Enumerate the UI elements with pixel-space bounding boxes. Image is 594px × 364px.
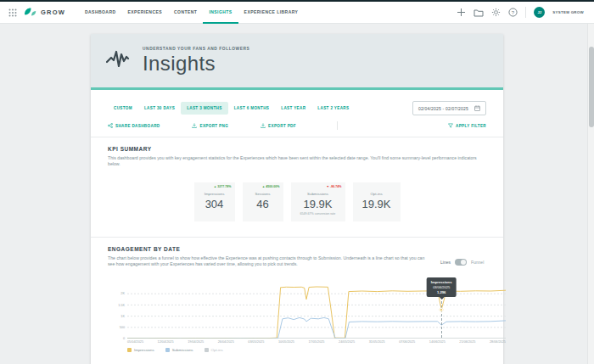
x-axis-tick: 28/06/2025 [490,340,506,344]
nav-item-experiences[interactable]: EXPERIENCES [122,2,169,24]
x-axis-tick: 26/04/2025 [218,340,234,344]
range-button-custom[interactable]: CUSTOM [108,102,138,115]
share-dashboard-label: SHARE DASHBOARD [115,124,160,128]
legend-label: Submissions [172,348,193,352]
toolbar-row: SHARE DASHBOARD EXPORT PNG EXPORT PDF AP… [91,119,503,132]
page-header: UNDERSTAND YOUR FANS AND FOLLOWERS Insig… [91,34,503,87]
tooltip-series: Impressions [431,280,452,284]
main-nav: DASHBOARD EXPERIENCES CONTENT INSIGHTS E… [79,2,304,24]
kpi-summary-heading: KPI SUMMARY [108,146,486,152]
tooltip-date: 03/06/2025 [431,285,452,289]
x-axis-tick: 24/05/2025 [339,340,355,344]
svg-text:?: ? [512,10,515,15]
lines-funnel-toggle[interactable] [455,259,467,266]
kpi-delta-badge: ▲ 3277.78% [214,185,232,188]
legend-label: Impressions [134,348,154,352]
calendar-icon [474,105,480,111]
x-axis-tick: 07/06/2025 [399,340,415,344]
toggle-knob [461,260,466,265]
chart-area: Impressions 03/06/2025 1,296 05/04/2025 … [127,283,486,352]
share-dashboard-button[interactable]: SHARE DASHBOARD [103,119,165,132]
range-button-last-3-months[interactable]: LAST 3 MONTHS [181,102,228,115]
apply-filter-button[interactable]: APPLY FILTER [443,119,491,132]
x-axis-tick: 10/05/2025 [278,340,294,344]
x-axis-tick: 17/05/2025 [308,340,324,344]
help-icon[interactable]: ? [508,8,518,17]
kpi-card-submissions: ▼ -86.74% Submissions 19.9K 6549.67% con… [291,182,345,221]
y-axis-tick: 0 [109,337,125,340]
leaf-logo-icon[interactable] [24,7,36,18]
topbar-divider [525,7,526,18]
chart-legend: Impressions Submissions Opt-ins [127,348,486,352]
kpi-card-opt-ins: Opt-ins 19.9K [353,182,401,221]
kpi-card-impressions: ▲ 3277.78% Impressions 304 [194,182,235,221]
apps-grid-icon[interactable] [8,8,17,17]
legend-label: Opt-ins [211,348,223,352]
x-axis-tick: 03/05/2025 [248,340,264,344]
insights-page: UNDERSTAND YOUR FANS AND FOLLOWERS Insig… [91,34,503,364]
plus-icon[interactable] [457,8,466,17]
topbar: GROW DASHBOARD EXPERIENCES CONTENT INSIG… [0,0,594,24]
date-range-value: 02/04/2025 - 02/07/2025 [418,106,468,111]
nav-item-content[interactable]: CONTENT [168,2,203,24]
range-button-last-year[interactable]: LAST YEAR [275,102,311,115]
export-pdf-label: EXPORT PDF [268,124,296,128]
range-button-last-6-months[interactable]: LAST 6 MONTHS [228,102,276,115]
x-axis-tick: 05/04/2025 [127,340,143,344]
folder-icon[interactable] [474,8,484,17]
kpi-value: 19.9K [362,198,391,210]
kpi-summary-description: This dashboard provides you with key eng… [108,155,486,168]
page-title: Insights [143,52,249,76]
pulse-line-icon [106,49,132,73]
kpi-value: 304 [205,198,224,210]
x-axis-tick: 14/06/2025 [429,340,446,344]
kpi-value: 19.9K [304,198,333,210]
window-top-strip [0,0,594,2]
chart-tooltip: Impressions 03/06/2025 1,296 [427,277,457,297]
nav-item-dashboard[interactable]: DASHBOARD [79,2,122,24]
date-range-filter-row: CUSTOM LAST 30 DAYS LAST 3 MONTHS LAST 6… [91,101,503,115]
user-name[interactable]: SYSTEM GROW [552,10,584,14]
section-divider [91,237,503,238]
user-avatar[interactable]: JJ [534,7,545,18]
kpi-conversion-rate: 6549.67% conversion rate [300,212,336,216]
x-axis-tick: 21/06/2025 [459,340,475,344]
export-png-label: EXPORT PNG [199,124,228,128]
legend-swatch [127,348,132,352]
engagement-description: The chart below provides a funnel to sho… [108,255,429,268]
x-axis-tick: 31/05/2025 [369,340,385,344]
date-range-input[interactable]: 02/04/2025 - 02/07/2025 [412,101,486,115]
kpi-card-sessions: ▲ 4500.00% Sessions 46 [243,182,283,221]
nav-item-insights[interactable]: INSIGHTS [203,2,238,24]
export-pdf-button[interactable]: EXPORT PDF [255,119,301,132]
range-button-last-2-years[interactable]: LAST 2 YEARS [311,102,355,115]
toggle-label-funnel[interactable]: Funnel [471,260,484,265]
legend-item-submissions[interactable]: Submissions [165,348,193,352]
x-axis-tick: 12/04/2025 [158,340,174,344]
toggle-label-lines[interactable]: Lines [440,260,451,265]
lines-funnel-toggle-group: Lines Funnel [440,259,484,266]
chart-plot[interactable]: Impressions 03/06/2025 1,296 [127,283,506,339]
x-axis-labels: 05/04/2025 12/04/2025 19/04/2025 26/04/2… [127,340,506,344]
page-subtitle: UNDERSTAND YOUR FANS AND FOLLOWERS [143,47,249,51]
kpi-label: Opt-ins [370,192,382,196]
y-axis-tick: 1K [109,315,125,318]
kpi-label: Sessions [255,192,271,196]
kpi-label: Submissions [307,192,328,196]
kpi-card-row: ▲ 3277.78% Impressions 304 ▲ 4500.00% Se… [108,182,486,221]
engagement-heading: ENGAGEMENT BY DATE [108,246,486,252]
gear-icon[interactable] [491,8,501,17]
toolbar-divider [337,121,338,130]
kpi-delta-badge: ▲ 4500.00% [262,185,280,188]
vertical-scrollbar[interactable] [587,24,594,364]
scrollbar-thumb[interactable] [589,47,594,127]
legend-item-opt-ins[interactable]: Opt-ins [205,348,223,352]
range-button-last-30-days[interactable]: LAST 30 DAYS [138,102,181,115]
legend-swatch [165,348,170,352]
header-accent-rule [91,87,503,90]
export-png-button[interactable]: EXPORT PNG [187,119,233,132]
legend-item-impressions[interactable]: Impressions [127,348,154,352]
y-axis-tick: 500 [109,326,125,329]
nav-item-experience-library[interactable]: EXPERIENCE LIBRARY [238,2,305,24]
brand-name: GROW [41,8,65,16]
